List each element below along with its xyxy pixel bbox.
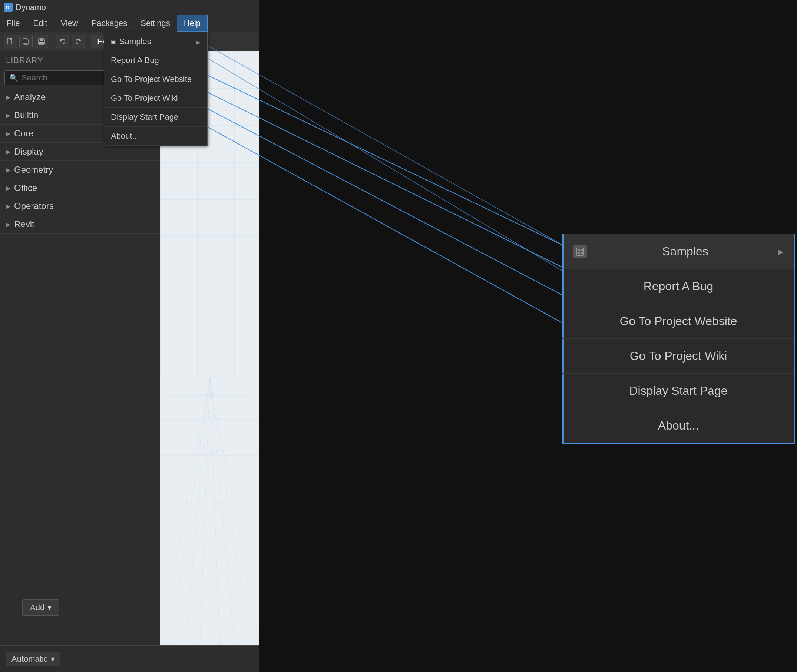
expand-icon: ▶	[6, 185, 10, 192]
menu-packages[interactable]: Packages	[85, 15, 134, 32]
toolbar-sep-1	[52, 36, 52, 47]
expand-icon: ▶	[6, 221, 10, 228]
large-menu-report-bug[interactable]: Report A Bug 2	[562, 269, 794, 304]
menu-help[interactable]: Help	[177, 15, 208, 32]
svg-rect-6	[40, 38, 43, 41]
small-menu-samples[interactable]: ▣ Samples	[104, 32, 207, 51]
titlebar: D Dynamo	[0, 0, 259, 15]
expand-icon: ▶	[6, 166, 10, 173]
accent-bar	[562, 339, 564, 373]
sidebar-item-label: Revit	[14, 219, 34, 229]
save-button[interactable]	[35, 35, 48, 48]
sidebar-item-label: Builtin	[14, 110, 38, 120]
large-menu-item-label: Go To Project Wiki	[573, 349, 783, 363]
accent-bar	[562, 304, 564, 338]
sidebar-item-label: Office	[14, 183, 37, 193]
accent-bar	[562, 374, 564, 408]
menubar: File Edit View Packages Settings Help	[0, 15, 259, 32]
bottombar: Automatic ▾	[0, 645, 259, 672]
expand-icon: ▶	[6, 148, 10, 155]
new-file-button[interactable]	[4, 35, 17, 48]
search-icon: 🔍	[9, 74, 19, 82]
add-btn-container: Add ▾	[22, 599, 59, 616]
redo-button[interactable]	[72, 35, 85, 48]
large-menu-item-label: Go To Project Website	[573, 314, 783, 328]
copy-button[interactable]	[19, 35, 33, 48]
auto-select-dropdown[interactable]: Automatic ▾	[6, 651, 61, 666]
menu-item-label: Display Start Page	[111, 112, 178, 122]
menu-file[interactable]: File	[0, 15, 26, 32]
sidebar-item-label: Operators	[14, 201, 54, 211]
sidebar-item-label: Geometry	[14, 165, 53, 175]
svg-rect-4	[23, 38, 27, 43]
sidebar-item-label: Core	[14, 128, 34, 139]
auto-label: Automatic	[11, 654, 48, 664]
svg-text:D: D	[6, 5, 9, 10]
large-menu-item-label: Samples	[593, 245, 778, 258]
menu-item-label: Go To Project Website	[111, 75, 192, 84]
sidebar-item-label: Analyze	[14, 92, 46, 102]
menu-item-label: About...	[111, 131, 139, 141]
expand-icon: ▶	[6, 112, 10, 119]
sidebar-item-geometry[interactable]: ▶ Geometry	[0, 161, 160, 179]
small-menu-about[interactable]: About...	[104, 127, 207, 146]
menu-item-label: Report A Bug	[111, 56, 159, 65]
sidebar-item-revit[interactable]: ▶ Revit	[0, 215, 160, 234]
menu-item-label: Go To Project Wiki	[111, 93, 178, 103]
large-menu-project-website[interactable]: Go To Project Website 3	[562, 304, 794, 339]
large-menu-about[interactable]: About... 6	[562, 408, 794, 443]
add-button[interactable]: Add ▾	[22, 599, 59, 616]
large-menu-item-label: Report A Bug	[573, 280, 783, 293]
menu-view[interactable]: View	[54, 15, 85, 32]
small-menu-display-start[interactable]: Display Start Page	[104, 108, 207, 127]
expand-icon: ▶	[6, 130, 10, 137]
small-menu-report-bug[interactable]: Report A Bug	[104, 51, 207, 70]
menu-settings[interactable]: Settings	[134, 15, 177, 32]
submenu-arrow-icon: ▶	[778, 247, 783, 256]
svg-rect-34	[578, 249, 580, 251]
menu-item-label: Samples	[119, 37, 197, 46]
large-menu-item-label: About...	[573, 419, 783, 432]
small-menu-project-website[interactable]: Go To Project Website	[104, 70, 207, 89]
menu-edit[interactable]: Edit	[26, 15, 54, 32]
accent-bar	[562, 269, 564, 304]
large-menu-item-label: Display Start Page	[573, 384, 783, 398]
large-menu-display-start[interactable]: Display Start Page 5	[562, 374, 794, 408]
dropdown-arrow-icon: ▾	[48, 603, 51, 612]
app-icon: D	[4, 3, 13, 12]
svg-rect-7	[39, 42, 44, 44]
sidebar-item-operators[interactable]: ▶ Operators	[0, 197, 160, 215]
large-dropdown-menu: Samples ▶ 1 Report A Bug 2 Go To Project…	[562, 234, 795, 444]
svg-rect-35	[581, 249, 583, 251]
sidebar-item-office[interactable]: ▶ Office	[0, 179, 160, 197]
accent-bar	[562, 234, 564, 269]
small-dropdown-menu: ▣ Samples Report A Bug Go To Project Web…	[104, 32, 208, 146]
large-menu-project-wiki[interactable]: Go To Project Wiki 4	[562, 339, 794, 374]
samples-icon: ▣	[111, 38, 117, 45]
expand-icon: ▶	[6, 203, 10, 210]
submenu-arrow-icon	[197, 37, 200, 46]
dropdown-arrow-icon: ▾	[51, 654, 55, 664]
accent-bar	[562, 408, 564, 443]
undo-button[interactable]	[56, 35, 69, 48]
app-title: Dynamo	[16, 3, 46, 12]
expand-icon: ▶	[6, 94, 10, 101]
svg-rect-37	[581, 252, 583, 254]
samples-icon	[573, 245, 587, 258]
large-menu-samples[interactable]: Samples ▶ 1	[562, 234, 794, 269]
small-menu-project-wiki[interactable]: Go To Project Wiki	[104, 89, 207, 108]
svg-rect-36	[578, 252, 580, 254]
add-label: Add	[30, 603, 45, 612]
sidebar-item-label: Display	[14, 146, 43, 157]
